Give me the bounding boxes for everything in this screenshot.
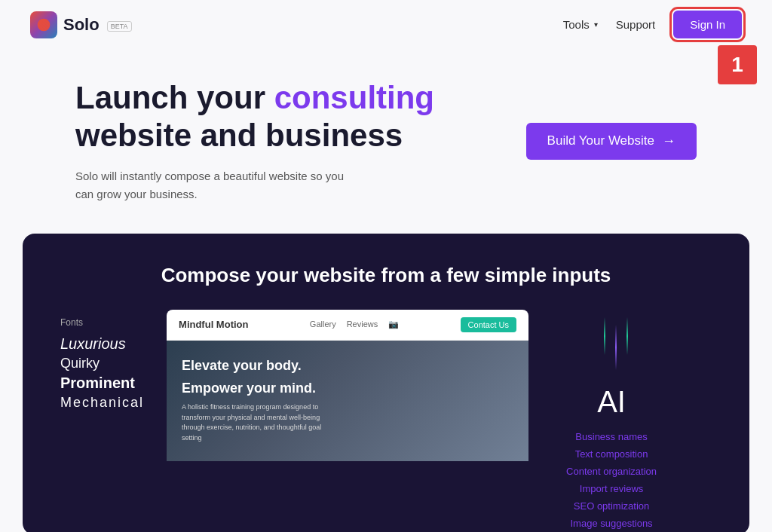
ai-feature-seo: SEO optimization bbox=[551, 500, 672, 512]
ai-title: AI bbox=[551, 385, 672, 419]
hero-left: Launch your consulting website and busin… bbox=[75, 79, 434, 203]
arrow-icon: → bbox=[662, 133, 676, 149]
logo-area: Solo BETA bbox=[30, 11, 132, 38]
preview-hero-desc: A holistic fitness training program desi… bbox=[182, 402, 332, 443]
ai-feature-content-org: Content organization bbox=[551, 466, 672, 477]
ai-feature-import-reviews: Import reviews bbox=[551, 483, 672, 494]
preview-instagram-icon: 📷 bbox=[388, 320, 399, 329]
tools-chevron-icon: ▾ bbox=[594, 20, 598, 29]
nav-right: Tools ▾ Support Sign In bbox=[563, 11, 742, 38]
hero-section: Launch your consulting website and busin… bbox=[0, 49, 772, 234]
build-btn-label: Build Your Website bbox=[547, 133, 654, 148]
header: Solo BETA Tools ▾ Support Sign In 1 bbox=[0, 0, 772, 49]
font-luxurious: Luxurious bbox=[60, 335, 144, 353]
svg-point-0 bbox=[38, 18, 51, 31]
preview-contact-btn: Contact Us bbox=[461, 317, 516, 332]
tools-menu[interactable]: Tools ▾ bbox=[563, 18, 598, 31]
hero-description: Solo will instantly compose a beautiful … bbox=[75, 167, 362, 203]
font-prominent: Prominent bbox=[60, 375, 144, 392]
ai-features-list: Business names Text composition Content … bbox=[551, 431, 672, 529]
preview-hero-headline2: Empower your mind. bbox=[182, 381, 332, 397]
preview-nav-links: Gallery Reviews 📷 bbox=[310, 320, 399, 329]
dark-section-title: Compose your website from a few simple i… bbox=[60, 264, 712, 287]
tools-label: Tools bbox=[563, 18, 590, 31]
preview-hero-headline1: Elevate your body. bbox=[182, 358, 332, 375]
preview-brand: Mindful Motion bbox=[179, 319, 248, 330]
preview-hero-image: Elevate your body. Empower your mind. A … bbox=[167, 341, 528, 461]
hero-title-accent: consulting bbox=[274, 80, 434, 115]
dark-content: Fonts Luxurious Quirky Prominent Mechani… bbox=[60, 310, 712, 532]
fonts-panel: Fonts Luxurious Quirky Prominent Mechani… bbox=[60, 310, 144, 411]
font-quirky: Quirky bbox=[60, 356, 144, 371]
dark-section: Compose your website from a few simple i… bbox=[23, 234, 749, 532]
preview-hero-text: Elevate your body. Empower your mind. A … bbox=[182, 358, 332, 443]
ai-feature-text-composition: Text composition bbox=[551, 448, 672, 460]
fonts-label: Fonts bbox=[60, 317, 144, 328]
step-badge: 1 bbox=[718, 45, 757, 84]
hero-title-post: website and business bbox=[75, 118, 403, 153]
beta-badge: BETA bbox=[107, 21, 132, 32]
font-mechanical: Mechanical bbox=[60, 395, 144, 411]
support-link[interactable]: Support bbox=[616, 18, 656, 31]
logo-text: Solo bbox=[63, 15, 100, 35]
hero-title-pre: Launch your bbox=[75, 80, 274, 115]
website-preview: Mindful Motion Gallery Reviews 📷 Contact… bbox=[167, 310, 528, 461]
hero-title: Launch your consulting website and busin… bbox=[75, 79, 434, 155]
sign-in-button[interactable]: Sign In bbox=[673, 11, 742, 38]
ai-panel: AI Business names Text composition Conte… bbox=[551, 310, 672, 532]
preview-nav: Mindful Motion Gallery Reviews 📷 Contact… bbox=[167, 310, 528, 341]
hero-right: Build Your Website → bbox=[526, 123, 697, 160]
ai-feature-business-names: Business names bbox=[551, 431, 672, 442]
logo-icon bbox=[30, 11, 57, 38]
preview-gallery-link: Gallery bbox=[310, 320, 336, 329]
ai-feature-image-suggestions: Image suggestions bbox=[551, 518, 672, 529]
preview-reviews-link: Reviews bbox=[347, 320, 378, 329]
build-website-button[interactable]: Build Your Website → bbox=[526, 123, 697, 160]
